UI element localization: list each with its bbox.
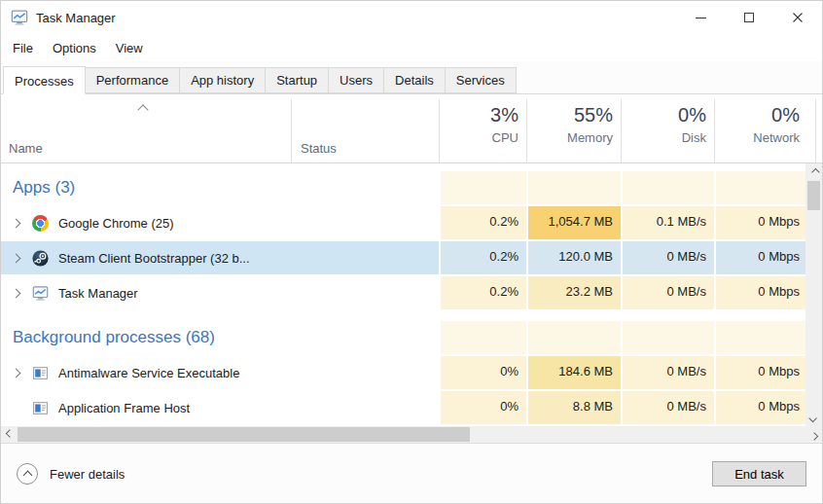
- disk-cell: [621, 171, 714, 204]
- minimize-button[interactable]: [676, 1, 725, 34]
- disk-cell: 0 MB/s: [621, 276, 714, 309]
- tab-services[interactable]: Services: [445, 67, 517, 93]
- table-row-steam-selected[interactable]: Steam Client Bootstrapper (32 b... 0.2% …: [1, 241, 807, 274]
- status-cell: [291, 206, 439, 239]
- task-manager-window: Task Manager File Options View Processes…: [0, 0, 823, 504]
- table-row-task-manager[interactable]: Task Manager 0.2% 23.2 MB 0 MB/s 0 Mbps: [1, 276, 807, 309]
- chrome-icon: [32, 215, 49, 232]
- process-name: Application Frame Host: [58, 401, 190, 415]
- tab-details[interactable]: Details: [383, 67, 446, 93]
- disk-cell: 0 MB/s: [621, 391, 714, 424]
- chevron-down-icon: [808, 414, 816, 421]
- memory-cell: [526, 171, 621, 204]
- network-cell: [714, 321, 807, 354]
- cpu-cell: 0.2%: [439, 206, 526, 239]
- minimize-icon: [696, 18, 706, 18]
- disk-cell: [621, 321, 714, 354]
- task-manager-icon: [11, 9, 28, 26]
- status-cell: [291, 241, 439, 274]
- memory-column-label: Memory: [526, 130, 613, 145]
- network-total-percent: 0%: [714, 103, 800, 126]
- menu-file[interactable]: File: [3, 37, 43, 59]
- disk-cell: 0.1 MB/s: [621, 206, 714, 239]
- group-label: Background processes (68): [13, 328, 215, 347]
- title-bar: Task Manager: [1, 1, 822, 34]
- horizontal-scrollbar[interactable]: [1, 426, 822, 443]
- cpu-column-label: CPU: [439, 130, 519, 145]
- memory-cell: 120.0 MB: [526, 241, 621, 274]
- status-cell: [291, 356, 439, 389]
- cpu-total-percent: 3%: [439, 103, 519, 126]
- table-row-google-chrome[interactable]: Google Chrome (25) 0.2% 1,054.7 MB 0.1 M…: [1, 206, 807, 239]
- column-divider[interactable]: [291, 99, 292, 162]
- scroll-right-button[interactable]: [805, 426, 822, 443]
- column-divider[interactable]: [815, 99, 816, 162]
- maximize-icon: [744, 13, 754, 22]
- expand-chevron-icon[interactable]: [12, 368, 21, 378]
- status-cell: [291, 321, 439, 354]
- disk-cell: 0 MB/s: [621, 356, 714, 389]
- cpu-cell: 0%: [439, 356, 526, 389]
- tab-performance[interactable]: Performance: [85, 67, 180, 93]
- maximize-button[interactable]: [725, 1, 773, 34]
- chevron-up-icon: [811, 167, 819, 175]
- close-icon: [792, 12, 804, 23]
- column-header-cpu[interactable]: 3% CPU: [439, 103, 526, 145]
- network-cell: [714, 171, 807, 204]
- memory-cell: 23.2 MB: [526, 276, 621, 309]
- column-header-name[interactable]: Name: [9, 141, 43, 156]
- fewer-details-label: Fewer details: [50, 467, 125, 482]
- vertical-scrollbar-thumb[interactable]: [807, 181, 820, 210]
- network-column-label: Network: [714, 130, 800, 145]
- scroll-down-button[interactable]: [805, 410, 822, 426]
- cpu-cell: 0.2%: [439, 276, 526, 309]
- table-row-antimalware[interactable]: Antimalware Service Executable 0% 184.6 …: [1, 356, 807, 389]
- expand-chevron-icon[interactable]: [12, 288, 21, 298]
- cpu-cell: 0.2%: [439, 241, 526, 274]
- network-cell: 0 Mbps: [714, 276, 807, 309]
- memory-cell: [526, 321, 621, 354]
- scroll-left-button[interactable]: [1, 426, 18, 443]
- cpu-cell: 0%: [439, 391, 526, 424]
- memory-total-percent: 55%: [526, 103, 613, 126]
- process-name: Task Manager: [58, 286, 138, 301]
- chevron-up-icon: [22, 471, 32, 481]
- close-button[interactable]: [773, 1, 822, 34]
- disk-total-percent: 0%: [621, 103, 706, 126]
- column-header-disk[interactable]: 0% Disk: [621, 103, 714, 145]
- app-window-icon: [32, 365, 49, 381]
- cpu-cell: [439, 171, 526, 204]
- horizontal-scrollbar-thumb[interactable]: [18, 427, 470, 442]
- expand-chevron-icon[interactable]: [12, 218, 21, 228]
- collapse-circle-icon: [17, 463, 38, 485]
- column-header-row: Name Status 3% CPU 55% Memory 0% Disk 0%…: [1, 94, 822, 163]
- vertical-scrollbar[interactable]: [805, 163, 822, 426]
- table-row-application-frame-host[interactable]: Application Frame Host 0% 8.8 MB 0 MB/s …: [1, 391, 807, 424]
- chevron-right-icon: [809, 432, 817, 440]
- column-header-network[interactable]: 0% Network: [714, 103, 807, 145]
- process-name: Antimalware Service Executable: [58, 366, 239, 380]
- tab-users[interactable]: Users: [328, 67, 384, 93]
- task-manager-icon: [32, 285, 49, 302]
- column-header-memory[interactable]: 55% Memory: [526, 103, 621, 145]
- network-cell: 0 Mbps: [714, 206, 807, 239]
- column-header-status[interactable]: Status: [301, 141, 337, 156]
- status-cell: [291, 276, 439, 309]
- fewer-details-toggle[interactable]: Fewer details: [17, 463, 125, 485]
- tab-startup[interactable]: Startup: [265, 67, 329, 93]
- group-label: Apps (3): [13, 178, 75, 198]
- expand-chevron-icon[interactable]: [12, 253, 21, 263]
- end-task-button[interactable]: End task: [712, 461, 806, 486]
- menu-options[interactable]: Options: [43, 37, 106, 59]
- group-header-background-processes[interactable]: Background processes (68): [1, 321, 807, 354]
- group-header-apps[interactable]: Apps (3): [1, 171, 807, 204]
- menu-view[interactable]: View: [106, 37, 153, 59]
- tab-app-history[interactable]: App history: [179, 67, 266, 93]
- sort-ascending-icon: [137, 104, 148, 115]
- tab-processes[interactable]: Processes: [3, 66, 86, 94]
- memory-cell: 8.8 MB: [526, 391, 621, 424]
- process-name: Steam Client Bootstrapper (32 b...: [58, 251, 250, 266]
- steam-icon: [32, 250, 49, 267]
- status-cell: [291, 391, 439, 424]
- scroll-up-button[interactable]: [805, 163, 822, 180]
